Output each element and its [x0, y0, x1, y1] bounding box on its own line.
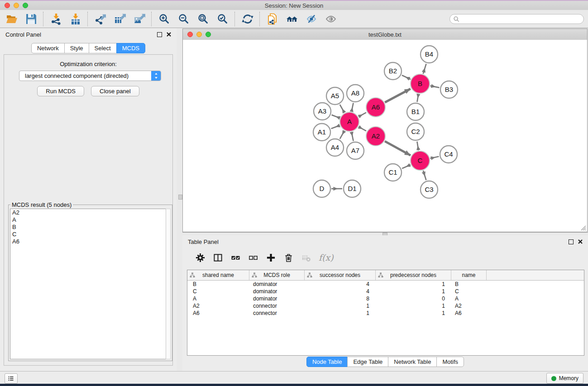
- tab-edge-table[interactable]: Edge Table: [347, 357, 388, 367]
- mcds-result-list[interactable]: A2ABCA6: [10, 209, 167, 359]
- zoom-fit-icon[interactable]: [197, 13, 209, 25]
- table-row[interactable]: Bdominator41B: [187, 281, 584, 288]
- graph-node-label: A2: [372, 132, 380, 140]
- function-builder-icon[interactable]: f(x): [319, 253, 334, 262]
- close-window-button[interactable]: [5, 3, 10, 8]
- node-table[interactable]: shared nameMCDS rolesuccessor nodesprede…: [187, 270, 584, 356]
- table-cell: 1: [376, 288, 451, 295]
- control-panel-header: Control Panel: [0, 28, 177, 41]
- minimize-window-button[interactable]: [14, 3, 19, 8]
- control-panel-title: Control Panel: [5, 31, 157, 38]
- open-browser-icon[interactable]: [286, 13, 298, 25]
- close-table-panel-icon[interactable]: [578, 239, 583, 244]
- export-image-icon[interactable]: [133, 13, 145, 25]
- hide-graphics-details-icon[interactable]: [305, 13, 317, 25]
- toggle-column-icon[interactable]: [213, 253, 223, 262]
- import-table-icon[interactable]: [69, 13, 81, 25]
- column-header-predecessor-nodes[interactable]: predecessor nodes: [376, 270, 451, 280]
- mcds-result-item[interactable]: C: [10, 231, 166, 238]
- network-from-file-icon[interactable]: [266, 13, 278, 25]
- table-cell: 1: [376, 303, 451, 309]
- mcds-result-scrollbar[interactable]: [166, 209, 171, 359]
- network-zoom-button[interactable]: [206, 32, 211, 37]
- column-header-successor-nodes[interactable]: successor nodes: [305, 270, 376, 280]
- table-cell: A2: [187, 303, 249, 309]
- mcds-result-item[interactable]: B: [10, 224, 166, 231]
- graph-node-label: C4: [444, 150, 453, 158]
- add-entry-icon[interactable]: [266, 253, 276, 262]
- graph-node-label: B2: [389, 67, 397, 75]
- attribute-tree-icon: [378, 272, 383, 278]
- attribute-tree-icon: [252, 272, 257, 278]
- network-close-button[interactable]: [187, 32, 193, 37]
- criterion-dropdown-value: largest connected component (directed): [19, 72, 151, 79]
- deselect-all-icon[interactable]: [248, 253, 258, 262]
- network-canvas-svg: AA1A2A3A4A5A6A7A8BB1B2B3B4CC1C2C3C4DD1: [183, 40, 587, 232]
- edge-arrowhead: [422, 68, 425, 73]
- table-row[interactable]: A2connector11A2: [187, 302, 584, 310]
- refresh-icon[interactable]: [241, 13, 253, 25]
- column-header-MCDS-role[interactable]: MCDS role: [249, 270, 305, 280]
- show-panels-button[interactable]: [5, 373, 18, 384]
- network-window-titlebar[interactable]: testGlobe.txt: [183, 29, 587, 40]
- zoom-out-icon[interactable]: [177, 13, 190, 25]
- table-cell: 1: [376, 310, 451, 316]
- tab-network[interactable]: Network: [31, 43, 65, 53]
- column-header-shared-name[interactable]: shared name: [187, 270, 249, 280]
- table-panel-header: Table Panel: [182, 235, 588, 248]
- float-panel-icon[interactable]: [157, 32, 162, 37]
- save-session-icon[interactable]: [25, 13, 37, 25]
- vertical-splitter-handle[interactable]: [178, 195, 182, 200]
- graph-node-label: A7: [351, 147, 359, 154]
- tab-motifs[interactable]: Motifs: [436, 357, 464, 367]
- close-panel-button[interactable]: Close panel: [91, 86, 139, 96]
- tab-network-table[interactable]: Network Table: [388, 357, 437, 367]
- close-panel-icon[interactable]: [167, 32, 171, 37]
- column-header-filler: [487, 270, 584, 280]
- table-row[interactable]: A6connector11A6: [187, 310, 584, 317]
- table-cell: A: [451, 295, 487, 302]
- table-row[interactable]: Cdominator41C: [187, 288, 584, 295]
- column-header-label: name: [462, 272, 475, 278]
- criterion-dropdown[interactable]: largest connected component (directed): [19, 71, 161, 81]
- resize-grip-icon[interactable]: [580, 225, 586, 231]
- zoom-window-button[interactable]: [23, 3, 28, 8]
- zoom-in-icon[interactable]: [158, 13, 170, 25]
- search-field[interactable]: [449, 14, 584, 24]
- graph-node-label: A5: [331, 92, 339, 100]
- export-table-icon[interactable]: [114, 13, 126, 25]
- run-mcds-button[interactable]: Run MCDS: [37, 86, 84, 96]
- tab-style[interactable]: Style: [64, 43, 89, 53]
- float-table-panel-icon[interactable]: [569, 239, 574, 244]
- mcds-result-item[interactable]: A2: [10, 209, 166, 216]
- tab-node-table[interactable]: Node Table: [306, 357, 348, 367]
- import-network-icon[interactable]: [50, 13, 62, 25]
- network-canvas[interactable]: AA1A2A3A4A5A6A7A8BB1B2B3B4CC1C2C3C4DD1: [183, 40, 587, 232]
- toolbar-group: [241, 13, 253, 25]
- mcds-result-item[interactable]: A: [10, 216, 166, 224]
- open-session-icon[interactable]: [5, 13, 18, 25]
- tab-mcds[interactable]: MCDS: [116, 43, 145, 53]
- table-cell: connector: [249, 303, 305, 309]
- table-cell: dominator: [249, 295, 305, 302]
- search-input[interactable]: [460, 15, 583, 23]
- node-table-header-row: shared nameMCDS rolesuccessor nodesprede…: [187, 270, 584, 281]
- table-cell: 8: [305, 295, 376, 302]
- select-all-icon[interactable]: [230, 253, 240, 262]
- table-settings-icon[interactable]: [195, 253, 205, 262]
- network-minimize-button[interactable]: [196, 32, 202, 37]
- show-graphics-details-icon[interactable]: [325, 13, 337, 25]
- export-network-icon[interactable]: [94, 13, 106, 25]
- tab-select[interactable]: Select: [89, 43, 117, 53]
- app-title: Session: New Session: [0, 2, 588, 9]
- table-cell: dominator: [249, 288, 305, 295]
- table-cell: 4: [305, 281, 376, 287]
- delete-entry-icon[interactable]: [283, 253, 293, 262]
- vertical-splitter[interactable]: [177, 28, 182, 371]
- memory-button[interactable]: Memory: [546, 373, 583, 384]
- column-header-name[interactable]: name: [451, 270, 487, 280]
- network-window-title: testGlobe.txt: [183, 31, 587, 38]
- table-row[interactable]: Adominator80A: [187, 295, 584, 302]
- mcds-result-item[interactable]: A6: [10, 238, 166, 245]
- zoom-selected-icon[interactable]: [216, 13, 229, 25]
